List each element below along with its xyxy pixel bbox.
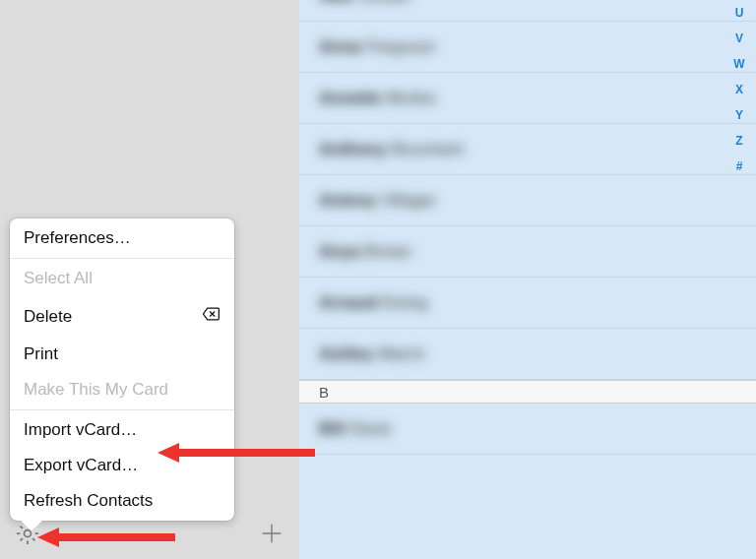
contact-row[interactable]: Ashley March [299, 329, 756, 380]
section-header-b: B [299, 380, 756, 404]
menu-export-vcard[interactable]: Export vCard… [10, 448, 234, 483]
menu-import-vcard[interactable]: Import vCard… [10, 412, 234, 448]
menu-label: Print [24, 344, 58, 364]
index-rail[interactable]: U V W X Y Z # [732, 6, 746, 173]
contact-row[interactable]: Bill Davis [299, 404, 756, 455]
menu-label: Export vCard… [24, 456, 138, 475]
index-letter[interactable]: X [732, 83, 746, 96]
menu-print[interactable]: Print [10, 337, 234, 372]
menu-label: Preferences… [24, 228, 131, 248]
contact-row[interactable]: Alex Jordan [299, 0, 756, 22]
menu-preferences[interactable]: Preferences… [10, 220, 234, 256]
contact-name: Arnaud Ewing [319, 293, 428, 313]
contact-row[interactable]: Annette Morles [299, 73, 756, 124]
contact-name: Anthony Bouchard [319, 140, 463, 159]
menu-select-all: Select All [10, 261, 234, 296]
contact-row[interactable]: Anya Brown [299, 226, 756, 278]
delete-icon [201, 304, 220, 329]
menu-refresh-contacts[interactable]: Refresh Contacts [10, 483, 234, 519]
index-letter[interactable]: W [732, 57, 746, 71]
menu-separator [10, 409, 234, 410]
menu-label: Refresh Contacts [24, 491, 153, 511]
contact-row[interactable]: Antony Villager [299, 175, 756, 226]
index-letter[interactable]: U [732, 6, 746, 20]
contact-row[interactable]: Arnaud Ewing [299, 278, 756, 329]
contact-name: Annette Morles [319, 89, 436, 108]
settings-menu: Preferences… Select All Delete Print Mak… [10, 218, 234, 521]
svg-point-0 [25, 530, 32, 537]
contact-name: Anya Brown [319, 242, 412, 262]
contact-row[interactable]: Anthony Bouchard [299, 124, 756, 175]
contact-row[interactable]: Anna Ferguson [299, 22, 756, 73]
menu-separator [10, 258, 234, 259]
menu-label: Select All [24, 269, 93, 288]
contacts-list[interactable]: Alex Jordan Anna Ferguson Annette Morles… [299, 0, 756, 559]
menu-make-card: Make This My Card [10, 372, 234, 407]
menu-delete[interactable]: Delete [10, 296, 234, 337]
menu-label: Delete [24, 307, 72, 327]
contact-name: Alex Jordan [319, 0, 410, 6]
index-letter[interactable]: # [732, 159, 746, 173]
plus-icon[interactable] [258, 520, 285, 551]
contact-name: Ashley March [319, 344, 425, 364]
menu-label: Make This My Card [24, 380, 168, 400]
contact-name: Antony Villager [319, 191, 437, 211]
contact-name: Anna Ferguson [319, 37, 436, 57]
index-letter[interactable]: V [732, 31, 746, 45]
contact-name: Bill Davis [319, 419, 392, 439]
index-letter[interactable]: Y [732, 108, 746, 122]
menu-label: Import vCard… [24, 420, 137, 440]
index-letter[interactable]: Z [732, 134, 746, 148]
